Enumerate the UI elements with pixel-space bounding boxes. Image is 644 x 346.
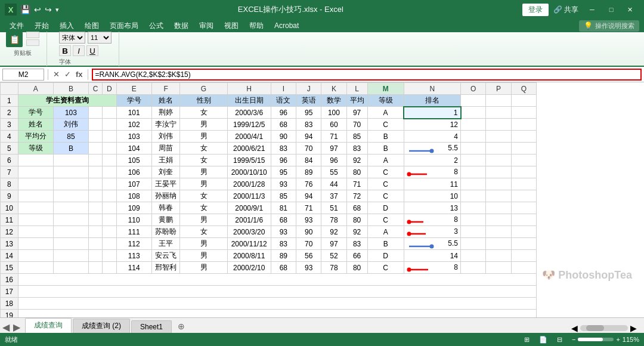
cell-N3[interactable]: 12 xyxy=(404,119,460,131)
cell-A15[interactable] xyxy=(18,262,53,274)
cell-O3[interactable] xyxy=(461,119,486,131)
cell-G3[interactable]: 男 xyxy=(180,119,227,131)
cell-A3[interactable]: 姓名 xyxy=(18,119,53,131)
underline-button[interactable]: U xyxy=(86,45,98,56)
cell-D6[interactable] xyxy=(103,155,116,166)
cell-L12[interactable]: 92 xyxy=(346,226,367,238)
cell-O9[interactable] xyxy=(461,190,486,202)
cell-G7[interactable]: 男 xyxy=(180,166,227,178)
cell-E3[interactable]: 102 xyxy=(116,119,151,131)
col-header-O[interactable]: O xyxy=(461,83,486,95)
cell-B14[interactable] xyxy=(53,250,88,262)
col-header-G[interactable]: G xyxy=(180,83,227,95)
cell-N13[interactable]: 5.5 xyxy=(404,238,460,250)
cell-P14[interactable] xyxy=(486,250,511,262)
cell-D10[interactable] xyxy=(103,202,116,214)
cell-E1[interactable]: 学号 xyxy=(116,95,151,107)
cell-H6[interactable]: 1999/5/15 xyxy=(227,155,271,166)
cell-Q10[interactable] xyxy=(511,202,536,214)
cell-I1[interactable]: 语文 xyxy=(271,95,296,107)
cell-O2[interactable] xyxy=(461,107,486,119)
cell-C15[interactable] xyxy=(89,262,103,274)
cell-M13[interactable]: B xyxy=(367,238,404,250)
cell-M8[interactable]: C xyxy=(367,178,404,190)
nav-left-icon[interactable]: ◀ xyxy=(2,322,10,333)
cell-C9[interactable] xyxy=(89,190,103,202)
col-header-E[interactable]: E xyxy=(116,83,151,95)
cell-H9[interactable]: 2000/11/3 xyxy=(227,190,271,202)
login-button[interactable]: 登录 xyxy=(522,4,549,16)
cell-P8[interactable] xyxy=(486,178,511,190)
col-header-N[interactable]: N xyxy=(404,83,460,95)
italic-button[interactable]: I xyxy=(73,45,85,56)
cell-H1[interactable]: 出生日期 xyxy=(227,95,271,107)
cell-F5[interactable]: 周苗 xyxy=(151,143,180,155)
cell-E8[interactable]: 107 xyxy=(116,178,151,190)
cell-I3[interactable]: 68 xyxy=(271,119,296,131)
cell-G14[interactable]: 男 xyxy=(180,250,227,262)
cell-E9[interactable]: 108 xyxy=(116,190,151,202)
cell-L8[interactable]: 71 xyxy=(346,178,367,190)
cell-F7[interactable]: 刘奎 xyxy=(151,166,180,178)
cell-F8[interactable]: 王晏平 xyxy=(151,178,180,190)
cell-G1[interactable]: 性别 xyxy=(180,95,227,107)
cell-L13[interactable]: 83 xyxy=(346,238,367,250)
col-header-B[interactable]: B xyxy=(53,83,88,95)
cell-P12[interactable] xyxy=(486,226,511,238)
cell-Q14[interactable] xyxy=(511,250,536,262)
cell-F6[interactable]: 王娟 xyxy=(151,155,180,166)
cell-F12[interactable]: 苏盼盼 xyxy=(151,226,180,238)
cell-O11[interactable] xyxy=(461,214,486,226)
cell-K8[interactable]: 44 xyxy=(321,178,346,190)
cell-J5[interactable]: 70 xyxy=(296,143,321,155)
cell-F3[interactable]: 李汝宁 xyxy=(151,119,180,131)
cell-L14[interactable]: 66 xyxy=(346,250,367,262)
cell-G11[interactable]: 男 xyxy=(180,214,227,226)
cell-H8[interactable]: 2000/1/28 xyxy=(227,178,271,190)
cell-I12[interactable]: 93 xyxy=(271,226,296,238)
cell-D9[interactable] xyxy=(103,190,116,202)
cell-Q7[interactable] xyxy=(511,166,536,178)
cell-F14[interactable]: 安云飞 xyxy=(151,250,180,262)
cell-M7[interactable]: C xyxy=(367,166,404,178)
cell-A8[interactable] xyxy=(18,178,53,190)
cell-P3[interactable] xyxy=(486,119,511,131)
cancel-formula-icon[interactable]: ✕ xyxy=(52,70,61,79)
cell-I5[interactable]: 83 xyxy=(271,143,296,155)
cell-K4[interactable]: 71 xyxy=(321,131,346,143)
cell-L3[interactable]: 70 xyxy=(346,119,367,131)
cell-H5[interactable]: 2000/6/21 xyxy=(227,143,271,155)
cell-N6[interactable]: 2 xyxy=(404,155,460,166)
cell-D8[interactable] xyxy=(103,178,116,190)
cell-Q3[interactable] xyxy=(511,119,536,131)
cell-C4[interactable] xyxy=(89,131,103,143)
cell-J12[interactable]: 90 xyxy=(296,226,321,238)
cell-D14[interactable] xyxy=(103,250,116,262)
cell-G8[interactable]: 男 xyxy=(180,178,227,190)
copy-button[interactable] xyxy=(26,39,39,46)
cell-H3[interactable]: 1999/12/5 xyxy=(227,119,271,131)
col-header-I[interactable]: I xyxy=(271,83,296,95)
view-page-icon[interactable]: ⊟ xyxy=(557,336,562,344)
cell-G5[interactable]: 女 xyxy=(180,143,227,155)
cell-J7[interactable]: 89 xyxy=(296,166,321,178)
cell-G10[interactable]: 女 xyxy=(180,202,227,214)
cell-M3[interactable]: C xyxy=(367,119,404,131)
insert-function-icon[interactable]: fx xyxy=(75,70,84,79)
cell-E15[interactable]: 114 xyxy=(116,262,151,274)
cell-K12[interactable]: 92 xyxy=(321,226,346,238)
cell-I15[interactable]: 68 xyxy=(271,262,296,274)
cell-N5[interactable]: 5.5 xyxy=(404,143,460,155)
cell-O10[interactable] xyxy=(461,202,486,214)
cell-A14[interactable] xyxy=(18,250,53,262)
cell-O7[interactable] xyxy=(461,166,486,178)
cell-D2[interactable] xyxy=(103,107,116,119)
cell-I9[interactable]: 85 xyxy=(271,190,296,202)
cell-B4[interactable]: 85 xyxy=(53,131,88,143)
col-header-Q[interactable]: Q xyxy=(511,83,536,95)
cell-K11[interactable]: 78 xyxy=(321,214,346,226)
cell-B12[interactable] xyxy=(53,226,88,238)
cell-L10[interactable]: 68 xyxy=(346,202,367,214)
cell-E12[interactable]: 111 xyxy=(116,226,151,238)
cell-N12[interactable]: 3 xyxy=(404,226,460,238)
